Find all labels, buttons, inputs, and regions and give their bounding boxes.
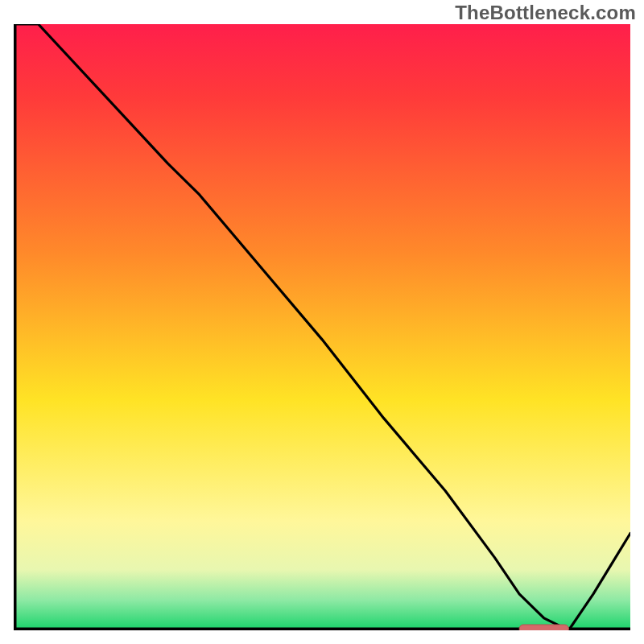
plot-background: [14, 24, 630, 630]
plot-svg: [14, 24, 630, 630]
optimal-marker: [519, 625, 568, 630]
plot-area: [14, 24, 630, 630]
watermark-text: TheBottleneck.com: [455, 2, 636, 24]
chart-stage: TheBottleneck.com: [0, 0, 644, 644]
